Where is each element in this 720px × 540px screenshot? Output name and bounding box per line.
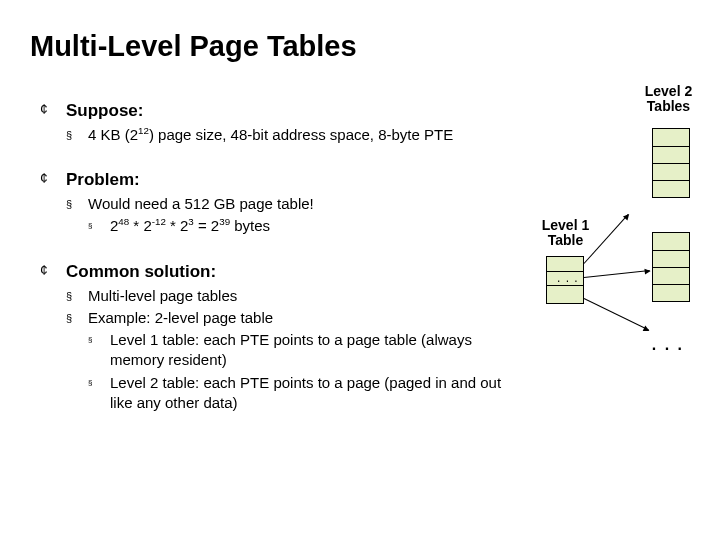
solution-detail-2: § Example: 2-level page table	[66, 308, 520, 328]
bullet-small-square: §	[88, 216, 110, 236]
bullet-hollow-circle: ¢	[40, 261, 66, 284]
text-frag: Table	[548, 232, 584, 248]
superscript: -12	[152, 216, 166, 227]
bullet-square: §	[66, 308, 88, 328]
level1-label: Level 1 Table	[538, 218, 593, 249]
bullet-square: §	[66, 125, 88, 145]
solution-sub-2: § Level 2 table: each PTE points to a pa…	[88, 373, 520, 414]
arrow-icon	[584, 270, 650, 278]
slide-body: ¢ Suppose: § 4 KB (212) page size, 48-bi…	[40, 100, 520, 415]
superscript: 39	[219, 216, 230, 227]
superscript: 12	[138, 125, 149, 136]
level2-table-icon	[652, 232, 690, 302]
section-suppose: ¢ Suppose:	[40, 100, 520, 123]
suppose-heading: Suppose:	[66, 100, 143, 123]
text-frag: bytes	[230, 217, 270, 234]
solution-sub-1: § Level 1 table: each PTE points to a pa…	[88, 330, 520, 371]
suppose-text: 4 KB (212) page size, 48-bit address spa…	[88, 125, 453, 145]
problem-heading: Problem:	[66, 169, 140, 192]
solution-text-1: Multi-level page tables	[88, 286, 237, 306]
ellipsis-icon: . . .	[652, 336, 684, 354]
problem-text-1: Would need a 512 GB page table!	[88, 194, 314, 214]
bullet-small-square: §	[88, 373, 110, 414]
bullet-hollow-circle: ¢	[40, 169, 66, 192]
page-table-diagram: Level 2 Tables Level 1 Table . . . . . .	[522, 84, 702, 424]
bullet-small-square: §	[88, 330, 110, 371]
level2-table-icon	[652, 128, 690, 198]
level2-label: Level 2 Tables	[641, 84, 696, 115]
text-frag: Tables	[647, 98, 690, 114]
bullet-hollow-circle: ¢	[40, 100, 66, 123]
superscript: 48	[118, 216, 129, 227]
text-frag: 4 KB (2	[88, 126, 138, 143]
solution-sub2-text: Level 2 table: each PTE points to a page…	[110, 373, 520, 414]
text-frag: * 2	[166, 217, 189, 234]
text-frag: Level 1	[542, 217, 589, 233]
bullet-square: §	[66, 286, 88, 306]
bullet-square: §	[66, 194, 88, 214]
section-problem: ¢ Problem:	[40, 169, 520, 192]
solution-heading: Common solution:	[66, 261, 216, 284]
text-frag: = 2	[194, 217, 219, 234]
text-frag: ) page size, 48-bit address space, 8-byt…	[149, 126, 453, 143]
problem-calc-text: 248 * 2-12 * 23 = 239 bytes	[110, 216, 270, 236]
solution-sub1-text: Level 1 table: each PTE points to a page…	[110, 330, 520, 371]
problem-detail-1: § Would need a 512 GB page table!	[66, 194, 520, 214]
solution-detail-1: § Multi-level page tables	[66, 286, 520, 306]
suppose-detail: § 4 KB (212) page size, 48-bit address s…	[66, 125, 520, 145]
problem-calculation: § 248 * 2-12 * 23 = 239 bytes	[88, 216, 520, 236]
arrow-icon	[584, 298, 649, 330]
text-frag: * 2	[129, 217, 152, 234]
solution-text-2: Example: 2-level page table	[88, 308, 273, 328]
section-solution: ¢ Common solution:	[40, 261, 520, 284]
slide-title: Multi-Level Page Tables	[30, 30, 357, 63]
text-frag: Level 2	[645, 83, 692, 99]
